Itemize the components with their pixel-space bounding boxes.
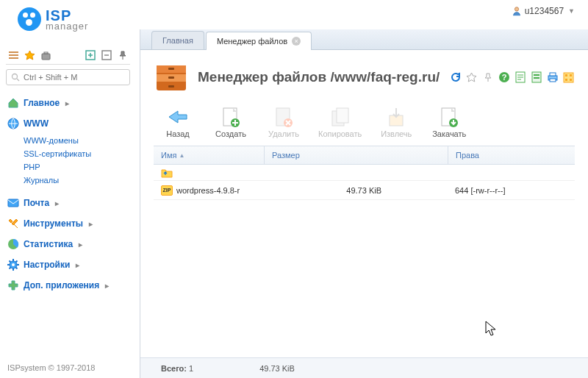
- pin-icon[interactable]: [481, 71, 494, 84]
- plus-icon: [7, 279, 19, 291]
- copyright: ISPsystem © 1997-2018: [7, 363, 95, 372]
- page-title: Менеджер файлов /www/faq-reg.ru/: [198, 69, 440, 85]
- file-name-cell: ZIP wordpress-4.9.8-r: [154, 185, 264, 196]
- nav-settings[interactable]: Настройки▸: [6, 254, 130, 275]
- svg-rect-4: [42, 54, 50, 60]
- svg-rect-5: [44, 52, 48, 54]
- nav-tools[interactable]: Инструменты▸: [6, 213, 130, 234]
- search-input[interactable]: [6, 69, 130, 85]
- sort-asc-icon: ▲: [179, 152, 184, 159]
- svg-rect-24: [534, 74, 539, 76]
- download-icon: [439, 107, 459, 127]
- nav-www-sub: WWW-домены SSL-сертификаты PHP Журналы: [24, 134, 130, 187]
- svg-rect-18: [168, 76, 174, 79]
- list-icon[interactable]: [7, 49, 19, 61]
- header-tools: ?: [449, 71, 575, 84]
- star-icon[interactable]: [24, 49, 35, 61]
- action-extract[interactable]: Извлечь: [378, 107, 415, 138]
- star-icon[interactable]: [465, 71, 478, 84]
- refresh-icon[interactable]: [449, 71, 462, 84]
- action-create[interactable]: Создать: [212, 107, 249, 138]
- tab-home[interactable]: Главная: [151, 31, 204, 49]
- file-perms-cell: 644 [-rw-r--r--]: [448, 186, 575, 195]
- svg-rect-33: [570, 79, 572, 81]
- status-size: 49.73 KiB: [259, 364, 295, 373]
- create-icon: [220, 107, 241, 127]
- action-delete[interactable]: Удалить: [265, 107, 302, 138]
- close-icon[interactable]: ×: [292, 37, 301, 46]
- drawer-icon: [154, 61, 189, 93]
- table-header: Имя▲ Размер Права: [154, 146, 575, 165]
- svg-rect-17: [168, 68, 174, 70]
- nav-main[interactable]: Главное▸: [6, 93, 130, 113]
- col-size[interactable]: Размер: [264, 146, 448, 164]
- svg-text:?: ?: [501, 73, 506, 82]
- logo-text-bottom: manager: [46, 21, 88, 31]
- tabs-bar: Главная Менеджер файлов×: [140, 29, 588, 50]
- search-field[interactable]: [24, 73, 125, 82]
- tools-icon: [7, 218, 19, 229]
- nav-www-logs[interactable]: Журналы: [24, 174, 130, 187]
- svg-rect-32: [565, 79, 567, 81]
- zip-icon: ZIP: [161, 185, 173, 196]
- sidebar-toolbar: [6, 46, 130, 65]
- nav-www-php[interactable]: PHP: [24, 160, 130, 174]
- nav-www-domains[interactable]: WWW-домены: [24, 134, 130, 147]
- chevron-right-icon: ▸: [105, 282, 109, 290]
- nav-mail[interactable]: Почта▸: [6, 193, 130, 213]
- svg-rect-28: [550, 79, 556, 82]
- sidebar: Главное▸ WWW WWW-домены SSL-сертификаты …: [0, 40, 136, 378]
- action-back[interactable]: Назад: [159, 107, 196, 138]
- svg-rect-10: [8, 199, 18, 207]
- add-panel-icon[interactable]: [85, 49, 96, 61]
- chevron-right-icon: ▸: [65, 99, 69, 107]
- delete-icon: [273, 107, 294, 127]
- svg-rect-30: [565, 74, 567, 76]
- svg-rect-29: [564, 73, 573, 82]
- action-copy[interactable]: Копировать: [318, 107, 362, 138]
- file-size-cell: 49.73 KiB: [264, 186, 448, 195]
- svg-rect-1: [9, 51, 18, 53]
- file-row[interactable]: ZIP wordpress-4.9.8-r 49.73 KiB 644 [-rw…: [154, 181, 575, 200]
- doc1-icon[interactable]: [514, 71, 526, 84]
- status-bar: Всего: 1 49.73 KiB: [140, 357, 588, 378]
- nav-stats[interactable]: Статистика▸: [6, 234, 130, 254]
- home-icon: [7, 97, 19, 109]
- svg-rect-27: [550, 73, 556, 76]
- username: u1234567: [525, 6, 564, 16]
- help-icon[interactable]: ?: [498, 71, 510, 84]
- chevron-down-icon: ▼: [568, 7, 575, 15]
- extract-icon: [386, 107, 406, 127]
- doc2-icon[interactable]: [530, 71, 542, 84]
- content: Менеджер файлов /www/faq-reg.ru/ ? Назад…: [140, 50, 588, 378]
- pin-icon[interactable]: [117, 49, 129, 61]
- nav-www[interactable]: WWW: [6, 113, 130, 134]
- nav-addons[interactable]: Доп. приложения▸: [6, 275, 130, 296]
- chevron-right-icon: ▸: [79, 240, 82, 249]
- col-perms[interactable]: Права: [448, 146, 575, 164]
- folder-up-icon: [161, 168, 173, 178]
- search-icon: [11, 73, 20, 82]
- svg-rect-19: [168, 85, 174, 88]
- status-total: Всего: 1: [161, 364, 193, 373]
- col-name[interactable]: Имя▲: [154, 151, 264, 160]
- mail-icon: [7, 197, 19, 209]
- print-icon[interactable]: [546, 71, 559, 84]
- logo: ISP manager: [18, 7, 88, 31]
- svg-rect-39: [337, 108, 348, 123]
- chevron-right-icon: ▸: [55, 199, 59, 207]
- user-menu[interactable]: u1234567 ▼: [512, 6, 575, 16]
- chart-icon: [7, 238, 19, 250]
- svg-rect-25: [534, 77, 539, 79]
- globe-icon: [7, 118, 19, 129]
- svg-point-8: [12, 74, 18, 79]
- svg-rect-31: [570, 74, 572, 76]
- tab-filemanager[interactable]: Менеджер файлов×: [206, 32, 312, 50]
- settings-icon[interactable]: [562, 71, 575, 84]
- parent-dir-row[interactable]: [154, 165, 575, 181]
- chevron-right-icon: ▸: [89, 220, 93, 228]
- nav-www-ssl[interactable]: SSL-сертификаты: [24, 147, 130, 160]
- action-download[interactable]: Закачать: [431, 107, 467, 138]
- remove-panel-icon[interactable]: [101, 49, 112, 61]
- briefcase-icon[interactable]: [40, 49, 51, 61]
